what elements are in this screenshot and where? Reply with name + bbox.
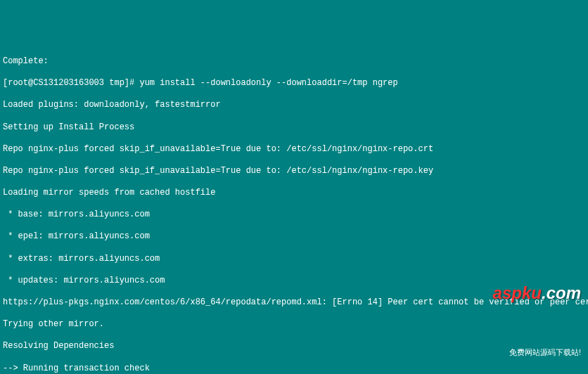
output-line: Complete: (3, 56, 585, 67)
output-line: Loaded plugins: downloadonly, fastestmir… (3, 100, 585, 111)
watermark: aspku.com 免费网站源码下载站! (474, 238, 581, 368)
output-line: Loading mirror speeds from cached hostfi… (3, 188, 585, 199)
logo-red-text: aspku (493, 283, 542, 302)
logo-white-text: .com (542, 283, 581, 302)
watermark-logo: aspku.com (474, 259, 581, 325)
output-line: Repo nginx-plus forced skip_if_unavailab… (3, 166, 585, 177)
output-line: Setting up Install Process (3, 122, 585, 134)
output-line: Repo nginx-plus forced skip_if_unavailab… (3, 144, 585, 155)
output-line: * base: mirrors.aliyuncs.com (3, 209, 585, 221)
watermark-subtitle: 免费网站源码下载站! (474, 347, 581, 357)
prompt-command: [root@CS131203163003 tmp]# yum install -… (3, 78, 585, 89)
